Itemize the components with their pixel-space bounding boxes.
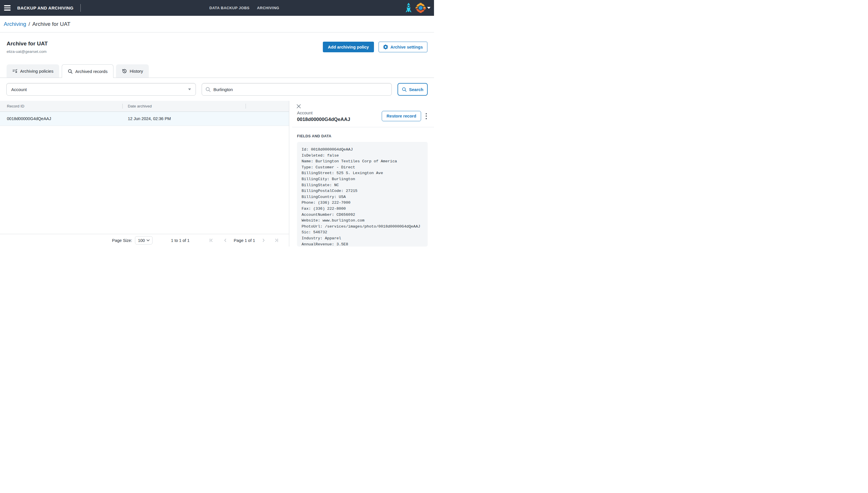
search-button-label: Search — [409, 87, 423, 92]
table-row[interactable]: 0018d00000G4dQeAAJ 12 Jun 2024, 02:36 PM — [0, 112, 289, 126]
top-navbar: BACKUP AND ARCHIVING DATA BACKUP JOBS AR… — [0, 0, 434, 16]
more-options-kebab-icon[interactable] — [425, 112, 428, 121]
object-type-select[interactable]: Account — [6, 83, 196, 96]
nav-item-archiving[interactable]: ARCHIVING — [257, 6, 279, 10]
tab-history[interactable]: History — [116, 64, 149, 78]
breadcrumb: Archiving/Archive for UAT — [4, 21, 70, 27]
pagination-range: 1 to 1 of 1 — [171, 238, 190, 243]
object-type-select-value: Account — [11, 87, 27, 92]
page-header: Archive for UAT eliza-uat@gearset.com Ad… — [0, 33, 434, 64]
content: Record ID Date archived 0018d00000G4dQeA… — [0, 101, 434, 246]
chevron-down-icon — [147, 239, 150, 241]
fields-data-block: Id: 0018d00000G4dQeAAJ IsDeleted: false … — [297, 142, 428, 246]
close-panel-icon[interactable] — [296, 104, 301, 109]
first-page-button[interactable] — [208, 238, 214, 243]
next-page-button[interactable] — [261, 238, 266, 243]
pagination-bar: Page Size: 100 1 to 1 of 1 Page 1 of 1 — [0, 234, 289, 246]
tab-archived-records[interactable]: Archived records — [62, 64, 114, 78]
navbar-divider — [81, 4, 81, 12]
policy-rules-icon — [12, 68, 18, 73]
record-id: 0018d00000G4dQeAAJ — [297, 116, 350, 122]
rocket-icon[interactable] — [405, 3, 412, 14]
archive-settings-button[interactable]: Archive settings — [379, 42, 427, 52]
navbar-right — [405, 0, 430, 16]
pagination-page-label: Page 1 of 1 — [234, 238, 255, 243]
nav-item-data-backup-jobs[interactable]: DATA BACKUP JOBS — [209, 6, 250, 10]
navbar-left: BACKUP AND ARCHIVING — [0, 0, 73, 16]
backup-archiving-app: BACKUP AND ARCHIVING DATA BACKUP JOBS AR… — [0, 0, 434, 246]
tab-label: Archived records — [75, 69, 108, 74]
select-caret-icon — [188, 88, 191, 90]
tabs: Archiving policies Archived records Hist… — [0, 64, 434, 78]
column-header-record-id[interactable]: Record ID — [0, 104, 123, 109]
panel-divider — [292, 127, 434, 127]
table-header: Record ID Date archived — [0, 101, 289, 112]
breadcrumb-link-archiving[interactable]: Archiving — [4, 21, 26, 27]
header-actions: Add archiving policy Archive settings — [323, 42, 427, 52]
page-header-text: Archive for UAT eliza-uat@gearset.com — [7, 41, 48, 54]
panel-record-info: Account 0018d00000G4dQeAAJ — [297, 110, 350, 122]
filter-row: Account Search — [0, 78, 434, 101]
gearset-logo — [416, 3, 426, 13]
breadcrumb-separator: / — [28, 21, 30, 27]
fields-and-data-heading: FIELDS AND DATA — [297, 134, 428, 138]
add-archiving-policy-button[interactable]: Add archiving policy — [323, 42, 374, 52]
search-icon — [68, 69, 73, 74]
page-size-value: 100 — [138, 238, 145, 243]
page-size-label: Page Size: — [112, 238, 132, 243]
column-divider[interactable] — [246, 104, 246, 109]
archive-settings-label: Archive settings — [390, 45, 423, 49]
hamburger-menu-icon[interactable] — [4, 3, 15, 14]
search-button[interactable]: Search — [398, 83, 428, 96]
app-title: BACKUP AND ARCHIVING — [17, 5, 73, 10]
panel-header: Account 0018d00000G4dQeAAJ Restore recor… — [297, 110, 428, 122]
gear-icon — [383, 45, 388, 49]
cell-date-archived: 12 Jun 2024, 02:36 PM — [123, 116, 246, 121]
breadcrumb-current: Archive for UAT — [32, 21, 70, 27]
search-icon — [402, 87, 407, 92]
record-detail-panel: Account 0018d00000G4dQeAAJ Restore recor… — [289, 101, 434, 246]
history-icon — [122, 68, 127, 73]
restore-record-button[interactable]: Restore record — [382, 111, 421, 121]
search-icon — [205, 87, 211, 92]
last-page-button[interactable] — [274, 238, 279, 243]
page-title: Archive for UAT — [7, 41, 48, 47]
chevron-down-icon — [427, 7, 430, 9]
column-header-date-archived[interactable]: Date archived — [123, 104, 246, 109]
archived-records-table: Record ID Date archived 0018d00000G4dQeA… — [0, 101, 289, 246]
record-fields-text: Id: 0018d00000G4dQeAAJ IsDeleted: false … — [302, 147, 423, 246]
tab-label: Archiving policies — [20, 69, 53, 73]
org-username: eliza-uat@gearset.com — [7, 49, 48, 54]
cell-record-id: 0018d00000G4dQeAAJ — [0, 116, 123, 121]
table-empty-space — [0, 126, 289, 234]
previous-page-button[interactable] — [223, 238, 227, 243]
account-menu[interactable] — [416, 3, 430, 13]
record-object-type: Account — [297, 110, 350, 115]
breadcrumb-bar: Archiving/Archive for UAT — [0, 16, 434, 33]
record-search-input[interactable] — [214, 87, 388, 92]
navbar-menu: DATA BACKUP JOBS ARCHIVING — [209, 0, 279, 16]
tab-label: History — [130, 69, 143, 73]
page-size-select[interactable]: 100 — [135, 236, 153, 244]
tab-archiving-policies[interactable]: Archiving policies — [7, 64, 59, 78]
panel-actions: Restore record — [382, 111, 428, 121]
record-search-box — [202, 83, 392, 96]
